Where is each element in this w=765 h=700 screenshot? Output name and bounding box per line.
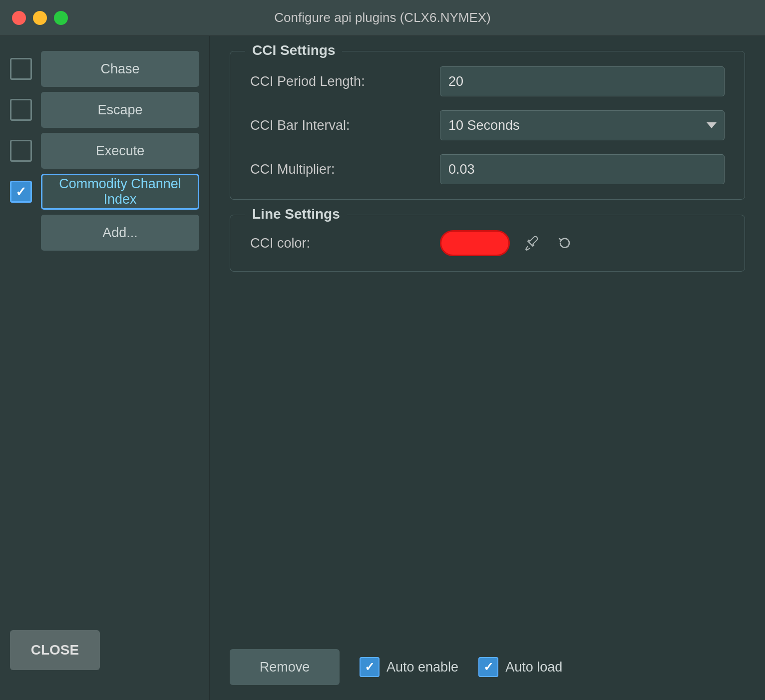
period-length-row: CCI Period Length: bbox=[250, 66, 725, 96]
bar-interval-label: CCI Bar Interval: bbox=[250, 118, 440, 133]
color-row: CCI color: bbox=[250, 230, 725, 256]
window-title: Configure api plugins (CLX6.NYMEX) bbox=[274, 10, 491, 25]
sidebar-item-execute[interactable]: Execute bbox=[41, 133, 199, 169]
eyedropper-button[interactable] bbox=[518, 230, 544, 256]
sidebar-row-execute: Execute bbox=[10, 133, 199, 169]
spacer bbox=[230, 287, 745, 634]
bar-interval-select-wrapper: 1 Second 5 Seconds 10 Seconds 30 Seconds… bbox=[440, 110, 725, 140]
auto-load-label[interactable]: Auto load bbox=[478, 657, 562, 677]
auto-enable-label[interactable]: Auto enable bbox=[360, 657, 458, 677]
bar-interval-select[interactable]: 1 Second 5 Seconds 10 Seconds 30 Seconds… bbox=[440, 110, 725, 140]
sidebar-item-chase[interactable]: Chase bbox=[41, 51, 199, 87]
auto-load-text: Auto load bbox=[505, 660, 562, 675]
multiplier-input[interactable] bbox=[440, 154, 725, 184]
sidebar-item-escape[interactable]: Escape bbox=[41, 92, 199, 128]
cci-settings-group: CCI Settings CCI Period Length: CCI Bar … bbox=[230, 51, 745, 200]
main-layout: Chase Escape Execute Commodity Channel I… bbox=[0, 36, 765, 700]
reset-color-button[interactable] bbox=[552, 230, 578, 256]
titlebar: Configure api plugins (CLX6.NYMEX) bbox=[0, 0, 765, 36]
sidebar: Chase Escape Execute Commodity Channel I… bbox=[0, 36, 210, 700]
checkbox-chase[interactable] bbox=[10, 58, 32, 80]
sidebar-row-add: Add... bbox=[10, 215, 199, 251]
auto-load-checkbox[interactable] bbox=[478, 657, 498, 677]
period-length-label: CCI Period Length: bbox=[250, 74, 440, 89]
cci-settings-title: CCI Settings bbox=[245, 42, 342, 58]
maximize-traffic-light[interactable] bbox=[54, 11, 68, 25]
period-length-input[interactable] bbox=[440, 66, 725, 96]
traffic-lights bbox=[12, 11, 68, 25]
sidebar-bottom: CLOSE bbox=[10, 620, 199, 700]
sidebar-row-chase: Chase bbox=[10, 51, 199, 87]
color-swatch[interactable] bbox=[440, 230, 510, 256]
multiplier-label: CCI Multiplier: bbox=[250, 162, 440, 177]
close-traffic-light[interactable] bbox=[12, 11, 26, 25]
sidebar-item-cci[interactable]: Commodity Channel Index bbox=[41, 174, 199, 210]
bottom-bar: Remove Auto enable Auto load bbox=[230, 649, 745, 685]
remove-button[interactable]: Remove bbox=[230, 649, 340, 685]
checkbox-execute[interactable] bbox=[10, 140, 32, 162]
checkbox-cci[interactable] bbox=[10, 181, 32, 203]
add-button[interactable]: Add... bbox=[41, 215, 199, 251]
sidebar-items: Chase Escape Execute Commodity Channel I… bbox=[10, 51, 199, 620]
auto-enable-checkbox[interactable] bbox=[360, 657, 380, 677]
multiplier-row: CCI Multiplier: bbox=[250, 154, 725, 184]
line-settings-title: Line Settings bbox=[245, 206, 347, 222]
close-button[interactable]: CLOSE bbox=[10, 630, 100, 670]
auto-enable-text: Auto enable bbox=[386, 660, 458, 675]
checkbox-escape[interactable] bbox=[10, 99, 32, 121]
right-panel: CCI Settings CCI Period Length: CCI Bar … bbox=[210, 36, 765, 700]
color-label: CCI color: bbox=[250, 236, 440, 251]
sidebar-row-cci: Commodity Channel Index bbox=[10, 174, 199, 210]
bar-interval-row: CCI Bar Interval: 1 Second 5 Seconds 10 … bbox=[250, 110, 725, 140]
sidebar-row-escape: Escape bbox=[10, 92, 199, 128]
minimize-traffic-light[interactable] bbox=[33, 11, 47, 25]
line-settings-group: Line Settings CCI color: bbox=[230, 215, 745, 272]
